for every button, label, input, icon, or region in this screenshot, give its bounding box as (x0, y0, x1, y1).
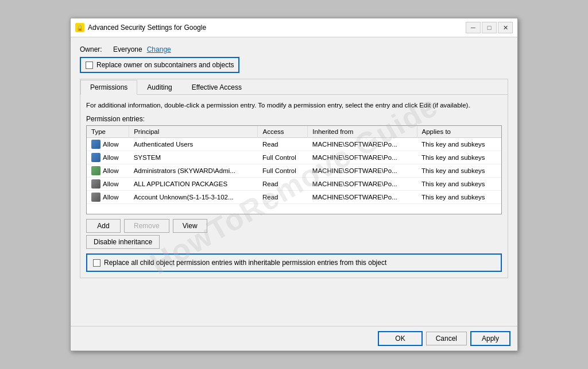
cell-applies-0: This key and subkeys (417, 138, 501, 151)
cell-inherited-3: MACHINE\SOFTWARE\Po... (308, 178, 417, 191)
tab-auditing[interactable]: Auditing (137, 80, 181, 95)
cell-principal-0: Authenticated Users (129, 138, 258, 151)
perm-table: Type Principal Access Inherited from App… (87, 126, 501, 204)
cell-type-0: Allow (87, 138, 129, 151)
info-text: For additional information, double-click… (86, 101, 502, 110)
action-buttons-row: Add Remove View (86, 219, 502, 233)
table-row[interactable]: Allow Administrators (SKYWARD\Admi... Fu… (87, 164, 501, 178)
view-button[interactable]: View (173, 219, 207, 233)
group-icon (91, 166, 100, 175)
tabs-bar: Permissions Auditing Effective Access (80, 79, 508, 95)
replace-owner-checkbox[interactable] (86, 62, 93, 69)
col-header-applies: Applies to (417, 126, 501, 138)
col-header-access: Access (258, 126, 308, 138)
cancel-button[interactable]: Cancel (426, 332, 467, 345)
title-bar-controls: ─ □ ✕ (466, 22, 513, 33)
cell-applies-1: This key and subkeys (417, 151, 501, 164)
table-row[interactable]: Allow Authenticated Users Read MACHINE\S… (87, 138, 501, 151)
tabs-section: Permissions Auditing Effective Access Fo… (80, 79, 508, 278)
minimize-button[interactable]: ─ (466, 22, 481, 33)
title-bar-left: 🔒 Advanced Security Settings for Google (75, 23, 206, 32)
replace-child-row: Replace all child object permission entr… (86, 253, 502, 272)
cell-inherited-4: MACHINE\SOFTWARE\Po... (308, 191, 417, 204)
main-window: HowToRemove.Guide 🔒 Advanced Security Se… (70, 18, 518, 351)
cell-type-2: Allow (87, 164, 129, 178)
bottom-bar: OK Cancel Apply (71, 326, 517, 351)
maximize-button[interactable]: □ (482, 22, 497, 33)
col-header-type: Type (87, 126, 129, 138)
table-row[interactable]: Allow ALL APPLICATION PACKAGES Read MACH… (87, 178, 501, 191)
replace-child-checkbox[interactable] (93, 259, 100, 267)
col-header-principal: Principal (129, 126, 258, 138)
cell-type-1: Allow (87, 151, 129, 164)
user-icon (91, 140, 100, 149)
cell-principal-2: Administrators (SKYWARD\Admi... (129, 164, 258, 178)
apply-button[interactable]: Apply (470, 331, 510, 346)
cell-access-3: Read (258, 178, 308, 191)
cell-inherited-1: MACHINE\SOFTWARE\Po... (308, 151, 417, 164)
cell-access-0: Read (258, 138, 308, 151)
replace-owner-row: Replace owner on subcontainers and objec… (80, 57, 239, 73)
table-header: Type Principal Access Inherited from App… (87, 126, 501, 138)
title-bar: 🔒 Advanced Security Settings for Google … (71, 18, 517, 37)
owner-value: Everyone (113, 45, 142, 53)
shield-icon: 🔒 (75, 23, 84, 32)
window-title: Advanced Security Settings for Google (88, 24, 206, 32)
tab-content-permissions: For additional information, double-click… (80, 95, 508, 278)
replace-owner-label: Replace owner on subcontainers and objec… (96, 61, 234, 69)
perm-table-body: Allow Authenticated Users Read MACHINE\S… (87, 138, 501, 204)
owner-label: Owner: (80, 45, 109, 53)
tab-effective-access[interactable]: Effective Access (182, 80, 252, 95)
change-owner-link[interactable]: Change (147, 45, 171, 53)
cell-principal-4: Account Unknown(S-1-15-3-102... (129, 191, 258, 204)
cell-applies-4: This key and subkeys (417, 191, 501, 204)
cell-access-1: Full Control (258, 151, 308, 164)
cell-type-4: Allow (87, 191, 129, 204)
table-row[interactable]: Allow Account Unknown(S-1-15-3-102... Re… (87, 191, 501, 204)
owner-row: Owner: Everyone Change (80, 45, 508, 53)
package-icon (91, 179, 100, 189)
cell-inherited-2: MACHINE\SOFTWARE\Po... (308, 164, 417, 178)
disable-inheritance-button[interactable]: Disable inheritance (86, 235, 160, 249)
user-icon (91, 153, 100, 162)
cell-access-4: Read (258, 191, 308, 204)
package-icon (91, 193, 100, 202)
cell-principal-1: SYSTEM (129, 151, 258, 164)
owner-section: Owner: Everyone Change Replace owner on … (80, 45, 508, 73)
cell-principal-3: ALL APPLICATION PACKAGES (129, 178, 258, 191)
ok-button[interactable]: OK (378, 331, 422, 346)
tab-permissions[interactable]: Permissions (80, 80, 137, 95)
perm-entries-label: Permission entries: (86, 115, 502, 123)
cell-applies-3: This key and subkeys (417, 178, 501, 191)
perm-table-container[interactable]: Type Principal Access Inherited from App… (86, 125, 502, 214)
table-row[interactable]: Allow SYSTEM Full Control MACHINE\SOFTWA… (87, 151, 501, 164)
cell-inherited-0: MACHINE\SOFTWARE\Po... (308, 138, 417, 151)
col-header-inherited: Inherited from (308, 126, 417, 138)
cell-applies-2: This key and subkeys (417, 164, 501, 178)
add-button[interactable]: Add (86, 219, 121, 233)
remove-button[interactable]: Remove (124, 219, 169, 233)
cell-access-2: Full Control (258, 164, 308, 178)
content-area: Owner: Everyone Change Replace owner on … (71, 37, 517, 326)
cell-type-3: Allow (87, 178, 129, 191)
close-button[interactable]: ✕ (498, 22, 513, 33)
replace-child-label: Replace all child object permission entr… (104, 259, 386, 267)
